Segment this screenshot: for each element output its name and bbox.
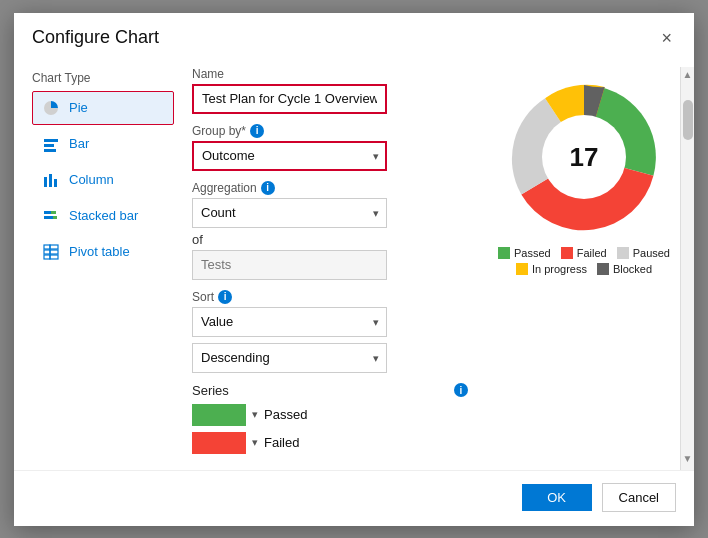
- sort-value-select-wrapper: Value ▾: [192, 307, 387, 337]
- chart-type-stacked-bar[interactable]: Stacked bar: [32, 199, 174, 233]
- group-by-select[interactable]: Outcome: [192, 141, 387, 171]
- series-label: Series: [192, 383, 229, 398]
- svg-rect-0: [44, 139, 58, 142]
- sort-field-group: Sort i Value ▾ Descending ▾: [192, 290, 468, 373]
- scrollbar-down-arrow[interactable]: ▼: [681, 451, 695, 466]
- series-color-passed[interactable]: [192, 404, 246, 426]
- svg-rect-13: [50, 250, 58, 254]
- svg-rect-9: [53, 216, 57, 219]
- aggregation-field-group: Aggregation i Count ▾ of: [192, 181, 468, 280]
- sort-value-select[interactable]: Value: [192, 307, 387, 337]
- chart-type-column[interactable]: Column: [32, 163, 174, 197]
- configure-chart-dialog: Configure Chart × Chart Type Pie: [14, 13, 694, 526]
- svg-rect-2: [44, 149, 56, 152]
- of-input: [192, 250, 387, 280]
- donut-center-value: 17: [570, 141, 599, 172]
- name-field-group: Name: [192, 67, 468, 114]
- group-by-select-wrapper: Outcome ▾: [192, 141, 387, 171]
- aggregation-select-wrapper: Count ▾: [192, 198, 387, 228]
- series-field-group: Series i ▾ Passed ▾ Failed: [192, 383, 468, 460]
- legend-item-failed: Failed: [561, 247, 607, 259]
- ok-button[interactable]: OK: [522, 484, 592, 511]
- svg-rect-10: [44, 245, 50, 249]
- scrollbar-thumb[interactable]: [683, 100, 693, 140]
- aggregation-info-icon[interactable]: i: [261, 181, 275, 195]
- svg-rect-15: [50, 255, 58, 259]
- of-label: of: [192, 232, 468, 247]
- chart-preview-panel: 17 Passed Failed Paused In prog: [484, 67, 694, 470]
- legend-label-paused: Paused: [633, 247, 670, 259]
- chart-type-stacked-bar-label: Stacked bar: [69, 208, 138, 223]
- sort-direction-select-wrapper: Descending ▾: [192, 343, 387, 373]
- series-header-row: Series i: [192, 383, 468, 398]
- chart-type-label: Chart Type: [32, 71, 174, 85]
- svg-rect-7: [51, 211, 56, 214]
- dialog-body: Chart Type Pie: [14, 57, 694, 470]
- legend-item-paused: Paused: [617, 247, 670, 259]
- bar-icon: [41, 134, 61, 154]
- legend-label-passed: Passed: [514, 247, 551, 259]
- scrollbar-up-arrow[interactable]: ▲: [681, 67, 695, 82]
- group-by-info-icon[interactable]: i: [250, 124, 264, 138]
- svg-rect-11: [50, 245, 58, 249]
- sort-label: Sort i: [192, 290, 468, 304]
- chart-legend: Passed Failed Paused In progress Blocked: [492, 247, 677, 275]
- scrollbar[interactable]: ▲ ▼: [680, 67, 694, 470]
- series-color-failed[interactable]: [192, 432, 246, 454]
- legend-swatch-blocked: [597, 263, 609, 275]
- chart-type-bar[interactable]: Bar: [32, 127, 174, 161]
- chart-type-pie-label: Pie: [69, 100, 88, 115]
- close-button[interactable]: ×: [657, 27, 676, 49]
- svg-rect-1: [44, 144, 54, 147]
- series-chevron-passed[interactable]: ▾: [252, 408, 258, 421]
- svg-rect-5: [54, 179, 57, 187]
- legend-swatch-inprogress: [516, 263, 528, 275]
- legend-label-inprogress: In progress: [532, 263, 587, 275]
- legend-label-failed: Failed: [577, 247, 607, 259]
- series-info-icon[interactable]: i: [454, 383, 468, 397]
- cancel-button[interactable]: Cancel: [602, 483, 676, 512]
- series-row-passed: ▾ Passed: [192, 404, 468, 426]
- svg-rect-6: [44, 211, 51, 214]
- group-by-field-group: Group by* i Outcome ▾: [192, 124, 468, 171]
- series-chevron-failed[interactable]: ▾: [252, 436, 258, 449]
- chart-type-column-label: Column: [69, 172, 114, 187]
- chart-type-pivot-table[interactable]: Pivot table: [32, 235, 174, 269]
- svg-rect-12: [44, 250, 50, 254]
- svg-rect-3: [44, 177, 47, 187]
- dialog-footer: OK Cancel: [14, 470, 694, 526]
- chart-type-bar-label: Bar: [69, 136, 89, 151]
- svg-rect-14: [44, 255, 50, 259]
- svg-rect-4: [49, 174, 52, 187]
- svg-rect-8: [44, 216, 53, 219]
- group-by-label: Group by* i: [192, 124, 468, 138]
- legend-swatch-failed: [561, 247, 573, 259]
- series-label-failed: Failed: [264, 435, 299, 450]
- legend-label-blocked: Blocked: [613, 263, 652, 275]
- config-panel: Name Group by* i Outcome ▾: [174, 67, 484, 470]
- chart-type-pie[interactable]: Pie: [32, 91, 174, 125]
- name-label: Name: [192, 67, 468, 81]
- dialog-title: Configure Chart: [32, 27, 159, 48]
- legend-swatch-passed: [498, 247, 510, 259]
- chart-types-panel: Chart Type Pie: [14, 67, 174, 470]
- name-input[interactable]: [192, 84, 387, 114]
- legend-item-blocked: Blocked: [597, 263, 652, 275]
- sort-direction-select[interactable]: Descending: [192, 343, 387, 373]
- aggregation-select[interactable]: Count: [192, 198, 387, 228]
- series-row-failed: ▾ Failed: [192, 432, 468, 454]
- pivot-table-icon: [41, 242, 61, 262]
- chart-type-pivot-table-label: Pivot table: [69, 244, 130, 259]
- series-label-passed: Passed: [264, 407, 307, 422]
- pie-icon: [41, 98, 61, 118]
- aggregation-label: Aggregation i: [192, 181, 468, 195]
- dialog-titlebar: Configure Chart ×: [14, 13, 694, 57]
- column-icon: [41, 170, 61, 190]
- legend-swatch-paused: [617, 247, 629, 259]
- stacked-bar-icon: [41, 206, 61, 226]
- donut-chart: 17: [504, 77, 664, 237]
- sort-info-icon[interactable]: i: [218, 290, 232, 304]
- legend-item-passed: Passed: [498, 247, 551, 259]
- legend-item-inprogress: In progress: [516, 263, 587, 275]
